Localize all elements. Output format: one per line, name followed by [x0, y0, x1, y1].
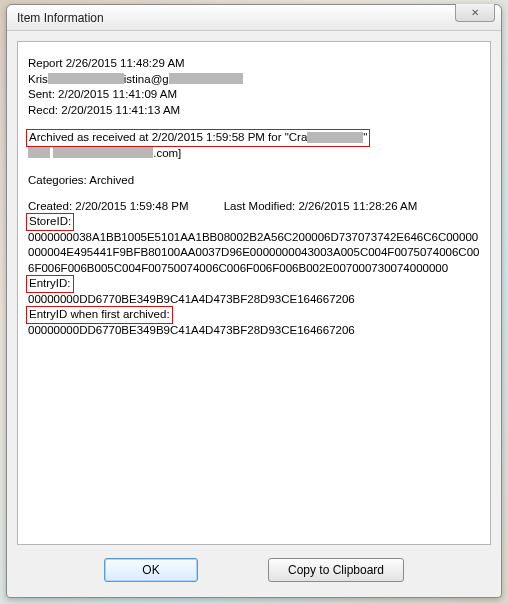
entryid-label-line: EntryID: [28, 276, 480, 292]
window-title: Item Information [17, 11, 104, 25]
modified-label: Last Modified: 2/26/2015 11:28:26 AM [224, 200, 418, 212]
titlebar: Item Information ✕ [7, 5, 501, 31]
redaction [53, 147, 153, 158]
content-panel: Report 2/26/2015 11:48:29 AM Krisistina@… [17, 41, 491, 545]
copy-button-label: Copy to Clipboard [288, 563, 384, 577]
entryid-value: 00000000DD6770BE349B9C41A4D473BF28D93CE1… [28, 292, 480, 308]
copy-to-clipboard-button[interactable]: Copy to Clipboard [268, 558, 404, 582]
entryid-first-highlight: EntryID when first archived: [26, 306, 173, 324]
report-date: 2/26/2015 11:48:29 AM [66, 57, 185, 69]
categories-line: Categories: Archived [28, 173, 480, 189]
storeid-label-line: StoreID: [28, 214, 480, 230]
entryid-first-label-line: EntryID when first archived: [28, 307, 480, 323]
from-line: Krisistina@g [28, 72, 480, 88]
report-prefix: Report [28, 57, 66, 69]
recd-line: Recd: 2/20/2015 11:41:13 AM [28, 103, 480, 119]
close-button[interactable]: ✕ [455, 4, 495, 22]
entryid-label: EntryID: [29, 277, 71, 289]
entryid-highlight: EntryID: [26, 275, 74, 293]
dates-line: Created: 2/20/2015 1:59:48 PM Last Modif… [28, 199, 480, 215]
archived-line-wrap: Archived as received at 2/20/2015 1:59:5… [28, 130, 480, 146]
close-icon: ✕ [471, 7, 479, 18]
redaction [307, 132, 363, 143]
second-line-tail: .com] [153, 147, 181, 159]
redaction [169, 73, 243, 84]
redaction [28, 147, 50, 158]
from-name-end: istina@g [124, 73, 169, 85]
entryid-first-label: EntryID when first archived: [29, 308, 170, 320]
created-label: Created: 2/20/2015 1:59:48 PM [28, 200, 188, 212]
item-information-dialog: Item Information ✕ Report 2/26/2015 11:4… [6, 4, 502, 598]
archived-received-highlight: Archived as received at 2/20/2015 1:59:5… [26, 129, 370, 147]
sent-line: Sent: 2/20/2015 11:41:09 AM [28, 87, 480, 103]
storeid-highlight: StoreID: [26, 213, 74, 231]
archived-second-line: .com] [28, 146, 480, 162]
storeid-label: StoreID: [29, 215, 71, 227]
button-row: OK Copy to Clipboard [7, 553, 501, 597]
archived-text-before: Archived as received at 2/20/2015 1:59:5… [29, 131, 307, 143]
redaction [48, 73, 124, 84]
ok-button[interactable]: OK [104, 558, 198, 582]
ok-button-label: OK [142, 563, 159, 577]
report-line: Report 2/26/2015 11:48:29 AM [28, 56, 480, 72]
entryid-first-value: 00000000DD6770BE349B9C41A4D473BF28D93CE1… [28, 323, 480, 339]
from-name-start: Kris [28, 73, 48, 85]
archived-text-after: " [363, 131, 367, 143]
storeid-value: 0000000038A1BB1005E5101AA1BB08002B2A56C2… [28, 230, 480, 277]
